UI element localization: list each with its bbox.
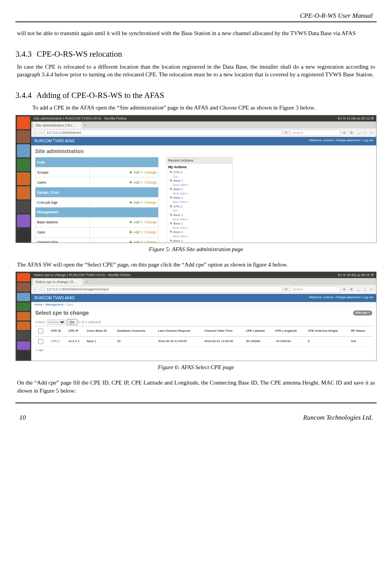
model-link[interactable]: Groups <box>35 167 90 177</box>
system-tray: En ✉ (1:09) ◂) 05:13 ⚙ <box>338 116 374 121</box>
url-field[interactable]: 127.0.0.1:8000/admin/ <box>45 130 282 136</box>
system-tray: En ✉ (0:46) ◂) 05:15 ⚙ <box>338 273 374 277</box>
dock-app-icon[interactable] <box>17 201 30 213</box>
recent-actions-title: Recent Actions <box>167 157 232 164</box>
add-link[interactable]: ✚ Add <box>129 170 139 174</box>
add-link[interactable]: ✚ Add <box>129 220 139 224</box>
section-344-title: Adding of CPE-O-RS-WS to the AFAS <box>36 91 164 100</box>
change-link[interactable]: ✎ Change <box>140 230 157 234</box>
recent-action-item[interactable]: ✎ CPE-2Cpe <box>167 170 232 179</box>
dock-app-icon[interactable] <box>17 144 30 157</box>
dock-app-icon[interactable] <box>17 351 30 359</box>
refresh-icon[interactable]: ⟳ <box>285 130 288 135</box>
dock-app-icon[interactable] <box>17 130 30 143</box>
cpe-cell[interactable]: CPE-2 <box>49 336 67 347</box>
cpe-cell <box>35 336 49 347</box>
add-cpe-button[interactable]: Add cpe + <box>353 310 372 315</box>
figure-6-caption: Figure 6: AFAS Select CPE page <box>15 363 377 371</box>
cpe-col-header[interactable]: Last Channel Request <box>156 326 203 336</box>
add-link[interactable]: ✚ Add <box>129 230 139 234</box>
cpe-col-header[interactable]: Channel Valid Time <box>203 326 245 336</box>
row-checkbox[interactable] <box>38 339 43 344</box>
add-link[interactable]: ✚ Add <box>129 201 139 204</box>
model-link[interactable]: Cpes <box>35 227 90 237</box>
dock-app-icon[interactable] <box>17 302 30 311</box>
recent-action-item[interactable]: ✎ Base 1Base station <box>167 239 232 243</box>
recent-action-item[interactable]: ✎ Base 1Base station <box>167 230 232 238</box>
recent-action-item[interactable]: ✎ Base 1Base station <box>167 213 232 221</box>
browser-tab[interactable]: Site administration | RU... <box>33 122 82 128</box>
cpe-col-header[interactable]: CPE IP <box>67 326 85 336</box>
end-paragraph: On the “Add cpe” page fill the CPE ID, C… <box>15 379 377 395</box>
cpe-col-header[interactable]: RF Status <box>350 326 372 336</box>
new-tab-button[interactable]: + <box>83 123 88 127</box>
section-343-number: 3.4.3 <box>15 49 35 59</box>
action-select[interactable]: --------- <box>47 319 66 325</box>
dock-app-icon[interactable] <box>17 214 30 227</box>
breadcrumb-home[interactable]: Home <box>34 303 42 306</box>
model-link[interactable]: Base stations <box>35 217 90 227</box>
cpe-col-header[interactable]: CPE Antenna Height <box>306 326 350 336</box>
change-link[interactable]: ✎ Change <box>140 240 157 242</box>
dock-app-icon[interactable] <box>17 116 30 129</box>
refresh-icon[interactable]: ⟳ <box>285 287 288 292</box>
change-link[interactable]: ✎ Change <box>140 201 157 204</box>
cpe-col-header[interactable] <box>35 326 49 336</box>
toolbar-icons[interactable]: ★ ✿ ◡ ⌂ ≡ <box>343 130 374 135</box>
dock-app-icon[interactable] <box>17 331 30 340</box>
dock-app-icon[interactable] <box>17 312 30 321</box>
model-link[interactable]: General Infos <box>35 237 90 242</box>
dock-app-icon[interactable] <box>17 341 30 350</box>
doc-header-title: CPE-O-R-WS User Manual <box>15 12 377 20</box>
breadcrumb-management[interactable]: Management <box>45 303 63 306</box>
cpe-col-header[interactable]: CPE ID <box>49 326 67 336</box>
welcome-text[interactable]: Welcome, runcom. Change password / Log o… <box>309 138 373 144</box>
back-icon[interactable]: ← <box>33 130 37 135</box>
recent-action-item[interactable]: ✎ Base 1Base station <box>167 179 232 187</box>
dock-app-icon[interactable] <box>17 172 30 185</box>
dock-app-icon[interactable] <box>17 228 30 241</box>
figure-6-number: Figure 6: <box>158 364 180 370</box>
recent-action-item[interactable]: ✎ Base 1Base station <box>167 196 232 204</box>
change-link[interactable]: ✎ Change <box>140 181 157 184</box>
search-field[interactable]: Search <box>290 130 340 136</box>
model-link[interactable]: Users <box>35 177 90 187</box>
welcome-text[interactable]: Welcome, runcom. Change password / Log o… <box>309 295 373 301</box>
search-field[interactable]: Search <box>290 286 340 292</box>
dock-app-icon[interactable] <box>17 283 30 291</box>
cpe-col-header[interactable]: CPE Latitude <box>244 326 273 336</box>
cpe-table: CPE IDCPE IPConn Base IDAvailable Channe… <box>35 326 372 347</box>
dock-app-icon[interactable] <box>17 186 30 199</box>
new-tab-button[interactable]: + <box>84 280 89 284</box>
recent-action-item[interactable]: ✎ CPE-2Cpe <box>167 204 232 213</box>
cpe-cell: 6 <box>306 336 350 347</box>
cpe-col-header[interactable]: Available Channels <box>116 326 157 336</box>
dock-app-icon[interactable] <box>17 273 30 282</box>
cpe-cell: Base 1 <box>85 336 115 347</box>
go-button[interactable]: Go <box>67 319 78 325</box>
model-link[interactable]: Cron job logs <box>35 197 90 208</box>
cpe-col-header[interactable]: CPE Longitude <box>274 326 306 336</box>
cpe-cell: 10.0.2.2 <box>67 336 85 347</box>
cpe-col-header[interactable]: Conn Base ID <box>85 326 115 336</box>
back-icon[interactable]: ← <box>33 287 37 292</box>
figure-5-caption-text: AFAS Site administration page <box>171 246 243 252</box>
toolbar-icons[interactable]: ★ ✿ ◡ ⌂ ≡ <box>343 287 374 292</box>
dock-app-icon[interactable] <box>17 322 30 330</box>
add-link[interactable]: ✚ Add <box>129 240 139 242</box>
forward-icon[interactable]: → <box>39 130 42 135</box>
dock-app-icon[interactable] <box>17 293 30 301</box>
select-all-checkbox[interactable] <box>38 329 43 334</box>
add-link[interactable]: ✚ Add <box>129 181 139 184</box>
breadcrumb: Home › Management › Cpes <box>31 302 376 308</box>
change-link[interactable]: ✎ Change <box>140 170 157 174</box>
forward-icon[interactable]: → <box>39 287 42 292</box>
recent-action-item[interactable]: ✎ Base 1Base station <box>167 221 232 230</box>
recent-action-item[interactable]: ✎ Base 1Base station <box>167 187 232 196</box>
change-link[interactable]: ✎ Change <box>140 220 157 224</box>
url-field[interactable]: 127.0.0.1:8000/admin/management/cpe/ <box>45 286 282 292</box>
window-title: Select cpe to change | RUNCOM TVWS AFAS … <box>34 273 130 277</box>
dock-app-icon[interactable] <box>17 159 30 171</box>
section-343-heading: 3.4.3 CPE-O-RS-WS relocation <box>15 49 377 59</box>
browser-tab[interactable]: Select cpe to change | R... <box>33 279 83 285</box>
